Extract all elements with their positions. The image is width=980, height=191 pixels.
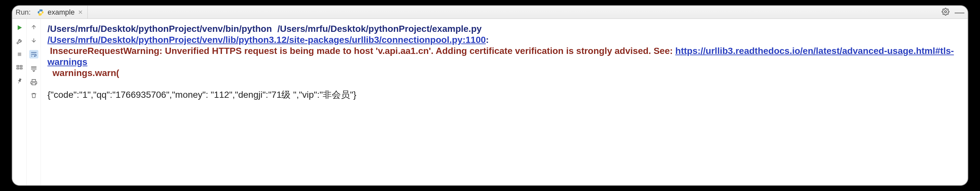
gear-icon[interactable] [942,8,950,17]
python-file-icon [37,9,44,16]
warning-tail: warnings.warn( [48,68,119,78]
minimize-icon[interactable]: — [955,8,964,17]
warning-pre-text: InsecureRequestWarning: Unverified HTTPS… [48,46,675,56]
console-output[interactable]: /Users/mrfu/Desktok/pythonProject/venv/b… [41,19,968,185]
trace-colon: : [486,35,489,45]
trash-icon[interactable] [30,92,37,99]
svg-rect-1 [18,53,21,56]
program-output: {"code":"1","qq":"1766935706","money": "… [48,90,356,100]
stack-trace-link[interactable]: /Users/mrfu/Desktok/pythonProject/venv/l… [48,35,486,45]
close-tab-icon[interactable]: ✕ [78,9,83,16]
run-label: Run: [12,8,32,17]
rerun-icon[interactable] [16,24,23,31]
scroll-to-end-icon[interactable] [30,65,37,72]
wrench-icon[interactable] [16,38,23,45]
svg-rect-4 [20,65,22,67]
run-left-gutter [12,19,27,185]
stop-icon[interactable] [17,51,22,57]
print-icon[interactable] [30,79,37,86]
svg-rect-6 [32,83,35,85]
soft-wrap-icon[interactable] [29,50,38,59]
down-arrow-icon[interactable] [30,37,37,43]
tab-label: example [48,8,75,17]
interpreter-path: /Users/mrfu/Desktok/pythonProject/venv/b… [48,24,272,34]
svg-rect-3 [17,68,19,69]
run-right-gutter [27,19,41,185]
tab-example[interactable]: example ✕ [32,6,88,19]
run-tool-window: Run: example ✕ — [12,5,968,186]
run-body: /Users/mrfu/Desktok/pythonProject/venv/b… [12,19,968,185]
svg-rect-2 [17,65,19,67]
svg-point-0 [945,11,947,13]
svg-rect-5 [20,68,22,69]
script-path: /Users/mrfu/Desktok/pythonProject/exampl… [277,24,482,34]
layout-icon[interactable] [16,64,23,71]
up-arrow-icon[interactable] [30,24,37,30]
pin-icon[interactable] [16,77,23,84]
run-toolbar: Run: example ✕ — [12,6,968,19]
